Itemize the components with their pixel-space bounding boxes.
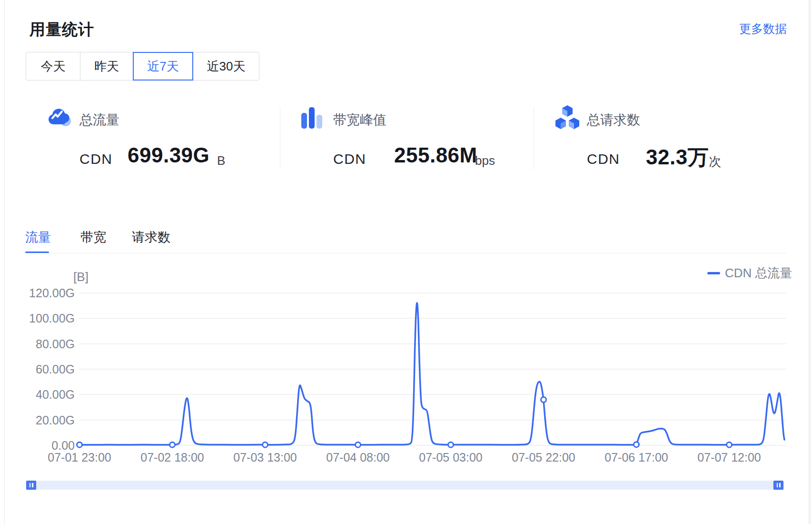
stat-product-bandwidth: CDN <box>333 151 366 167</box>
svg-text:100.00G: 100.00G <box>29 312 75 325</box>
handle-grip-icon <box>32 483 33 487</box>
svg-text:07-01 23:00: 07-01 23:00 <box>48 451 111 464</box>
stat-product-requests: CDN <box>587 151 620 167</box>
svg-text:07-07 12:00: 07-07 12:00 <box>697 451 761 464</box>
stat-label-traffic: 总流量 <box>79 111 119 129</box>
tab-last-7-days[interactable]: 近7天 <box>133 52 193 81</box>
stat-unit-requests: 次 <box>709 153 721 170</box>
datazoom-right-handle[interactable] <box>773 481 783 490</box>
stat-divider <box>534 107 534 170</box>
stat-value-traffic: 699.39G <box>128 143 209 167</box>
svg-text:120.00G: 120.00G <box>29 286 75 300</box>
svg-text:07-05 22:00: 07-05 22:00 <box>512 451 575 464</box>
datazoom-left-handle[interactable] <box>26 481 36 490</box>
handle-grip-icon <box>779 483 781 487</box>
page-title: 用量统计 <box>30 19 94 40</box>
svg-text:07-03 13:00: 07-03 13:00 <box>233 451 297 464</box>
svg-text:07-02 18:00: 07-02 18:00 <box>140 451 204 464</box>
stat-unit-traffic: B <box>217 153 225 168</box>
stat-value-requests: 32.3万 <box>646 143 709 171</box>
svg-text:07-04 08:00: 07-04 08:00 <box>326 451 389 464</box>
time-range-tabs: 今天 昨天 近7天 近30天 <box>26 52 259 81</box>
stat-value-bandwidth: 255.86M <box>394 143 477 167</box>
svg-text:80.00G: 80.00G <box>36 337 75 351</box>
tabs-divider-line <box>26 253 786 253</box>
tab-metric-requests[interactable]: 请求数 <box>132 229 170 246</box>
requests-cubes-icon <box>554 104 581 133</box>
svg-text:07-06 17:00: 07-06 17:00 <box>604 451 668 464</box>
datazoom-track[interactable] <box>26 481 783 490</box>
handle-grip-icon <box>30 483 31 487</box>
stat-divider <box>280 107 280 170</box>
bandwidth-bars-icon <box>300 107 324 131</box>
traffic-line-chart[interactable]: [B]120.00G100.00G80.00G60.00G40.00G20.00… <box>0 260 812 479</box>
svg-text:0.00: 0.00 <box>51 439 75 452</box>
more-data-link[interactable]: 更多数据 <box>739 21 787 37</box>
usage-stats-panel: 用量统计 更多数据 今天 昨天 近7天 近30天 总流量 CDN 699.39G… <box>0 0 812 524</box>
handle-grip-icon <box>777 483 778 487</box>
svg-text:[B]: [B] <box>73 270 89 284</box>
tab-metric-traffic[interactable]: 流量 <box>25 229 51 246</box>
stat-label-requests: 总请求数 <box>587 111 640 129</box>
stat-unit-bandwidth: bps <box>475 153 495 168</box>
stat-product-traffic: CDN <box>79 151 113 167</box>
tab-last-30-days[interactable]: 近30天 <box>193 52 259 81</box>
tab-yesterday[interactable]: 昨天 <box>80 52 133 81</box>
svg-text:07-05 03:00: 07-05 03:00 <box>419 451 482 464</box>
tab-today[interactable]: 今天 <box>26 52 80 81</box>
cloud-traffic-icon <box>47 105 72 130</box>
svg-text:40.00G: 40.00G <box>36 388 75 401</box>
svg-text:20.00G: 20.00G <box>36 413 75 427</box>
tab-metric-bandwidth[interactable]: 带宽 <box>80 229 106 246</box>
svg-text:60.00G: 60.00G <box>36 363 75 376</box>
stat-label-bandwidth: 带宽峰值 <box>333 111 386 129</box>
